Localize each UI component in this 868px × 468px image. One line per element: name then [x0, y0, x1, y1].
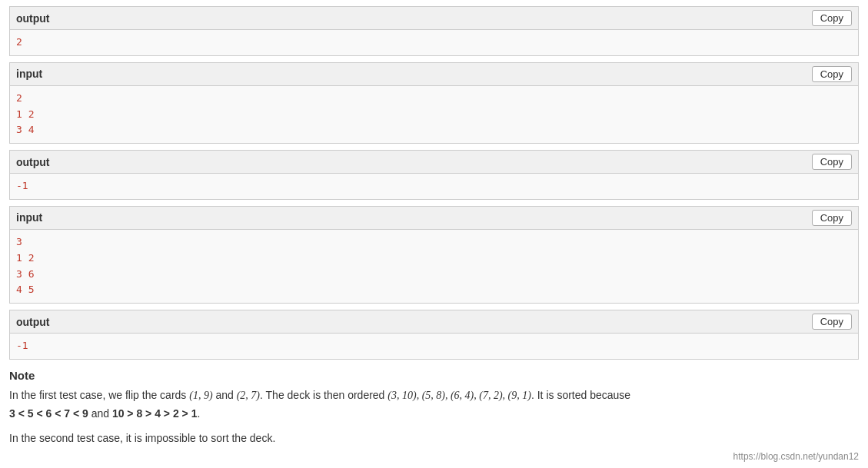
block-output-1-label: output [16, 12, 50, 25]
block-output-3-copy-button[interactable]: Copy [812, 314, 852, 330]
block-input-2-label: input [16, 68, 42, 80]
code-line: 1 2 [16, 107, 852, 123]
note-title: Note [9, 366, 859, 386]
block-input-3-copy-button[interactable]: Copy [812, 210, 852, 226]
note-paragraph-1b: 3 < 5 < 6 < 7 < 9 and 10 > 8 > 4 > 2 > 1… [9, 405, 859, 423]
note-section: NoteIn the first test case, we flip the … [9, 366, 859, 448]
code-line: -1 [16, 338, 852, 354]
block-input-2-header: inputCopy [10, 63, 858, 86]
block-output-3-content: -1 [10, 334, 858, 359]
code-line: 3 [16, 234, 852, 251]
block-output-3-label: output [16, 316, 50, 328]
block-output-2: outputCopy-1 [9, 150, 859, 200]
block-output-1-copy-button[interactable]: Copy [812, 10, 852, 26]
block-input-2-content: 21 23 4 [10, 86, 858, 143]
code-line: 2 [16, 91, 852, 107]
code-line: -1 [16, 178, 852, 194]
note-math-bold-2: 10 > 8 > 4 > 2 > 1 [112, 407, 198, 420]
note-math-bold-1: 3 < 5 < 6 < 7 < 9 [9, 407, 88, 420]
block-output-1-header: outputCopy [10, 7, 858, 30]
block-output-2-header: outputCopy [10, 151, 858, 174]
block-input-2: inputCopy21 23 4 [9, 62, 859, 144]
block-input-3: inputCopy31 23 64 5 [9, 206, 859, 304]
note-math-1: (1, 9) [189, 390, 212, 401]
code-line: 2 [16, 35, 852, 51]
block-input-2-copy-button[interactable]: Copy [812, 66, 852, 82]
footer-url: https://blog.csdn.net/yundan12 [9, 451, 859, 462]
block-output-2-copy-button[interactable]: Copy [812, 154, 852, 170]
note-paragraph-1: In the first test case, we flip the card… [9, 387, 859, 405]
code-line: 3 6 [16, 267, 852, 283]
block-input-3-label: input [16, 211, 42, 224]
block-output-3-header: outputCopy [10, 310, 858, 334]
note-paragraph-2: In the second test case, it is impossibl… [9, 430, 859, 448]
block-input-3-content: 31 23 64 5 [10, 230, 858, 303]
code-line: 3 4 [16, 122, 852, 138]
block-input-3-header: inputCopy [10, 207, 858, 230]
block-output-3: outputCopy-1 [9, 310, 859, 360]
block-output-2-label: output [16, 156, 50, 168]
block-output-2-content: -1 [10, 174, 858, 199]
code-line: 4 5 [16, 282, 852, 298]
block-output-1-content: 2 [10, 30, 858, 55]
block-output-1: outputCopy2 [9, 6, 859, 56]
code-line: 1 2 [16, 251, 852, 267]
note-math-3: (3, 10), (5, 8), (6, 4), (7, 2), (9, 1) [387, 390, 531, 401]
note-math-2: (2, 7) [237, 390, 260, 401]
